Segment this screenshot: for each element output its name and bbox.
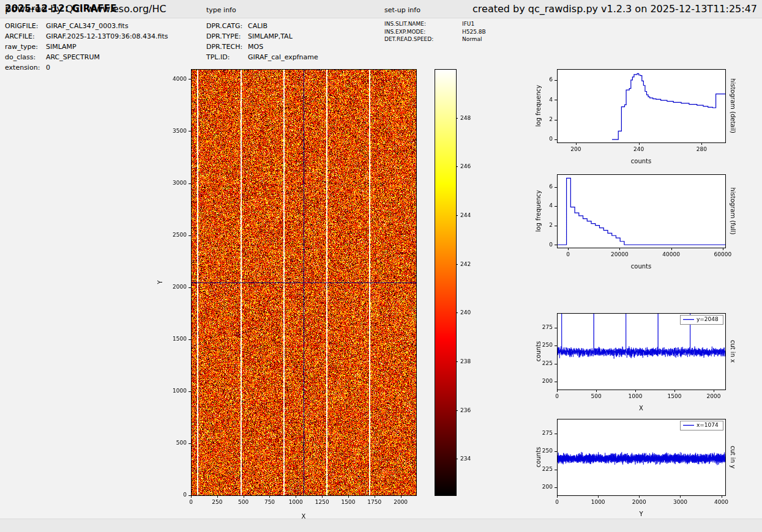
file-info-row: raw_type:SIMLAMP [5, 42, 168, 52]
info-label: INS.SLIT.NAME: [384, 20, 462, 28]
type-info-block: DPR.CATG:CALIB DPR.TYPE:SIMLAMP,TAL DPR.… [206, 21, 318, 62]
colorbar [428, 61, 490, 523]
info-label: DPR.CATG: [206, 21, 248, 31]
file-info-row: ORIGFILE:GIRAF_CAL347_0003.fits [5, 21, 168, 31]
cut-in-x-plot [520, 305, 762, 418]
info-value: SIMLAMP [46, 43, 77, 51]
setup-info-heading: set-up info [384, 6, 420, 14]
info-label: ORIGFILE: [5, 21, 46, 31]
type-info-heading: type info [206, 6, 236, 14]
histogram-full-plot [520, 166, 762, 273]
file-info-row: do_class:ARC_SPECTRUM [5, 52, 168, 62]
info-value: H525.8B [462, 29, 486, 35]
type-info-row: DPR.CATG:CALIB [206, 21, 318, 31]
info-value: IFU1 [462, 21, 474, 27]
cut-in-y-plot [520, 411, 762, 524]
setup-info-row: INS.EXP.MODE:H525.8B [384, 28, 486, 36]
info-value: GIRAF_CAL347_0003.fits [46, 22, 129, 30]
info-label: raw_type: [5, 42, 46, 52]
info-value: 0 [46, 64, 50, 72]
info-label: ARCFILE: [5, 31, 46, 42]
file-info-row: extension:0 [5, 62, 168, 73]
type-info-row: DPR.TYPE:SIMLAMP,TAL [206, 31, 318, 42]
file-info-row: ARCFILE:GIRAF.2025-12-13T09:36:08.434.fi… [5, 31, 168, 42]
file-info-block: ORIGFILE:GIRAF_CAL347_0003.fits ARCFILE:… [5, 21, 168, 73]
type-info-row: DPR.TECH:MOS [206, 42, 318, 52]
info-label: extension: [5, 62, 46, 73]
info-label: DPR.TYPE: [206, 31, 248, 42]
histogram-detail-plot [520, 61, 762, 168]
info-value: SIMLAMP,TAL [248, 32, 293, 40]
setup-info-block: INS.SLIT.NAME:IFU1 INS.EXP.MODE:H525.8B … [384, 20, 486, 43]
info-value: GIRAF.2025-12-13T09:36:08.434.fits [46, 32, 168, 40]
setup-info-row: INS.SLIT.NAME:IFU1 [384, 20, 486, 28]
info-value: GIRAF_cal_expfname [248, 53, 318, 61]
footer-bar [0, 519, 762, 532]
info-label: DET.READ.SPEED: [384, 35, 462, 43]
info-value: CALIB [248, 22, 267, 30]
info-value: MOS [248, 43, 263, 51]
qc-report-page: 2025-12-12: GIRAFFE type info set-up inf… [0, 0, 762, 532]
info-label: do_class: [5, 52, 46, 62]
footer-left-text: powered by QC: www.eso.org/HC [5, 3, 166, 15]
setup-info-row: DET.READ.SPEED:Normal [384, 35, 486, 43]
info-label: DPR.TECH: [206, 42, 248, 52]
info-value: ARC_SPECTRUM [46, 53, 100, 61]
info-label: INS.EXP.MODE: [384, 28, 462, 36]
info-value: Normal [462, 36, 482, 42]
raw-image-plot [153, 61, 459, 523]
footer-right-text: created by qc_rawdisp.py v1.2.3 on 2025-… [473, 3, 757, 15]
